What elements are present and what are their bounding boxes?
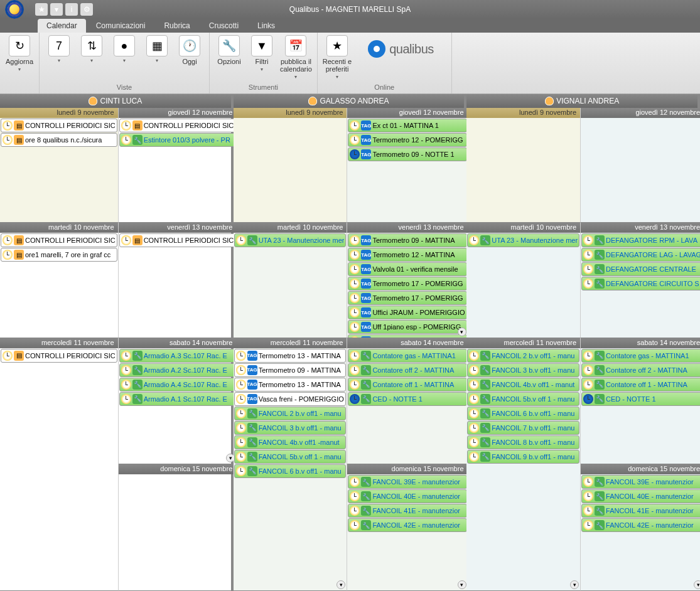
day-body[interactable]: 🔧Armadio A.3 Sc.107 Rac. E🔧Armadio A.2 S…	[119, 348, 237, 464]
calendar-event[interactable]: 🔧FANCOIL 9 b.v off1 - manu	[467, 450, 579, 464]
tab-rubrica[interactable]: Rubrica	[155, 19, 198, 33]
day-body[interactable]: TAGTermometro 09 - MATTINATAGTermometro …	[347, 233, 467, 337]
day-body[interactable]: 🔧UTA 23 - Manutenzione mer	[234, 233, 347, 337]
day-body[interactable]: 🔧FANCOIL 39E - manutenzior🔧FANCOIL 40E -…	[581, 474, 700, 590]
recents-button[interactable]: ★Recenti e preferiti▾	[323, 35, 352, 80]
calendar-event[interactable]: TAGTermometro 13 - MATTINA	[234, 349, 347, 363]
view-cal-button[interactable]: ▦▾	[143, 35, 171, 63]
day-body[interactable]	[234, 118, 347, 222]
person-header[interactable]: GALASSO ANDREA	[234, 94, 465, 108]
calendar-event[interactable]: ▤CONTROLLI PERIODICI SIC	[119, 233, 236, 247]
calendar-event[interactable]: 🔧Armadio A.3 Sc.107 Rac. E	[119, 349, 236, 363]
more-events-button[interactable]: ▾	[337, 580, 345, 589]
view-dropdown-button[interactable]: ⇅▾	[77, 35, 106, 63]
day-header[interactable]: sabato 14 novembre	[581, 338, 700, 348]
tab-links[interactable]: Links	[249, 19, 284, 33]
day-body[interactable]: ▤CONTROLLI PERIODICI SIC▤ore1 marelli, 7…	[0, 233, 118, 337]
calendar-event[interactable]: TAGTermometro 09 - NOTTE 1	[348, 147, 466, 161]
calendar-event[interactable]: ▤CONTROLLI PERIODICI SIC	[1, 349, 117, 363]
today-button[interactable]: 🕐Oggi	[175, 35, 204, 65]
tab-comunicazioni[interactable]: Comunicazioni	[87, 19, 154, 33]
person-header[interactable]: VIGNALI ANDREA	[466, 94, 697, 108]
day-body[interactable]	[119, 474, 237, 590]
day-body[interactable]: 🔧Contatore gas - MATTINA1🔧Contatore off …	[347, 348, 467, 464]
calendar-event[interactable]: 🔧FANCOIL 41E - manutenzior	[348, 504, 466, 518]
calendar-event[interactable]: 🔧UTA 23 - Manutenzione mer	[234, 233, 347, 247]
calendar-event[interactable]: 🔧DEFANGATORE RPM - LAVA	[581, 233, 700, 247]
calendar-event[interactable]: 🔧FANCOIL 2 b.v off1 - manu	[467, 349, 579, 363]
dropdown-icon[interactable]: ▾	[50, 3, 63, 16]
day-body[interactable]: 🔧UTA 23 - Manutenzione mer	[466, 233, 580, 337]
calendar-event[interactable]: 🔧CED - NOTTE 1	[348, 392, 466, 406]
calendar-event[interactable]: 🔧CED - NOTTE 1	[581, 392, 700, 406]
day-body[interactable]: 🔧DEFANGATORE RPM - LAVA🔧DEFANGATORE LAG …	[581, 233, 700, 337]
calendar-event[interactable]: 🔧Contatore off 2 - MATTINA	[348, 363, 466, 377]
day-body[interactable]: TAGTermometro 13 - MATTINATAGTermometro …	[234, 348, 347, 590]
day-header[interactable]: lunedì 9 novembre	[0, 108, 118, 118]
calendar-event[interactable]: 🔧FANCOIL 40E - manutenzior	[581, 489, 700, 503]
calendar-event[interactable]: 🔧FANCOIL 40E - manutenzior	[348, 489, 466, 503]
day-header[interactable]: giovedì 12 novembre	[119, 108, 237, 118]
calendar-event[interactable]: ▤CONTROLLI PERIODICI SIC	[1, 233, 117, 247]
day-body[interactable]: TAGEx ct 01 - MATTINA 1TAGTermometro 12 …	[347, 118, 467, 222]
calendar-event[interactable]: 🔧FANCOIL 39E - manutenzior	[348, 475, 466, 489]
day-header[interactable]: lunedì 9 novembre	[234, 108, 347, 118]
calendar-event[interactable]: 🔧Armadio A.2 Sc.107 Rac. E	[119, 363, 236, 377]
gear-icon[interactable]: ⚙	[80, 3, 93, 16]
more-events-button[interactable]: ▾	[458, 327, 466, 336]
calendar-event[interactable]: ▤ore 8 qualibus n.c./sicura	[1, 133, 117, 147]
day-header[interactable]: mercoledì 11 novembre	[0, 338, 118, 348]
calendar-event[interactable]: TAGTermometro 12 - MATTINA	[348, 248, 466, 262]
day-body[interactable]: ▤CONTROLLI PERIODICI SIC🔧Estintore 010/3…	[119, 118, 237, 222]
more-events-button[interactable]: ▾	[570, 580, 579, 589]
more-events-button[interactable]: ▾	[458, 580, 466, 589]
calendar-event[interactable]: 🔧Contatore off 2 - MATTINA	[581, 363, 700, 377]
qualibus-logo[interactable]: qualibus	[355, 35, 446, 63]
calendar-event[interactable]: 🔧Contatore gas - MATTINA1	[348, 349, 466, 363]
calendar-event[interactable]: TAGTermometro 09 - MATTINA	[348, 233, 466, 247]
person-header[interactable]: CINTI LUCA	[0, 94, 231, 108]
calendar-event[interactable]: 🔧UTA 23 - Manutenzione mer	[467, 233, 579, 247]
day-body[interactable]	[466, 118, 580, 222]
calendar-event[interactable]: ▤CONTROLLI PERIODICI SIC	[119, 119, 236, 132]
day-header[interactable]: martedì 10 novembre	[234, 223, 347, 233]
day-body[interactable]	[581, 118, 700, 222]
calendar-event[interactable]: 🔧Armadio A.1 Sc.107 Rac. E	[119, 392, 236, 406]
calendar-event[interactable]: 🔧FANCOIL 5b.v off 1 - manu	[467, 392, 579, 406]
calendar-event[interactable]: 🔧DEFANGATORE CIRCUITO S	[581, 277, 700, 290]
day-header[interactable]: martedì 10 novembre	[466, 223, 580, 233]
calendar-event[interactable]: 🔧Estintore 010/3 polvere - PR	[119, 133, 236, 147]
favorite-icon[interactable]: ★	[35, 3, 48, 16]
calendar-event[interactable]: 🔧FANCOIL 8 b.v off1 - manu	[467, 435, 579, 449]
calendar-event[interactable]: 🔧FANCOIL 39E - manutenzior	[581, 475, 700, 489]
day-header[interactable]: sabato 14 novembre	[119, 338, 237, 348]
options-button[interactable]: 🔧Opzioni	[215, 35, 244, 65]
chevron-down-icon[interactable]: ▾	[18, 67, 21, 72]
day-header[interactable]: venerdì 13 novembre	[119, 223, 237, 233]
day-body[interactable]: 🔧FANCOIL 39E - manutenzior🔧FANCOIL 40E -…	[347, 474, 467, 590]
calendar-event[interactable]: 🔧Contatore off 1 - MATTINA	[348, 378, 466, 391]
day-header[interactable]: domenica 15 novembre	[119, 464, 237, 474]
calendar-event[interactable]: 🔧FANCOIL 4b.v off1 - manut	[467, 378, 579, 391]
filters-button[interactable]: ▼Filtri▾	[247, 35, 276, 72]
calendar-event[interactable]: 🔧Contatore off 1 - MATTINA	[581, 378, 700, 391]
calendar-event[interactable]: ▤CONTROLLI PERIODICI SIC	[1, 119, 117, 132]
day-header[interactable]: mercoledì 11 novembre	[234, 338, 347, 348]
calendar-event[interactable]: 🔧FANCOIL 42E - manutenzior	[581, 518, 700, 532]
calendar-event[interactable]: 🔧FANCOIL 6 b.v off1 - manu	[234, 464, 347, 478]
calendar-event[interactable]: 🔧Contatore gas - MATTINA1	[581, 349, 700, 363]
refresh-button[interactable]: ↻ Aggiorna ▾	[5, 35, 34, 72]
calendar-event[interactable]: 🔧FANCOIL 3 b.v off1 - manu	[234, 421, 347, 435]
calendar-event[interactable]: 🔧FANCOIL 3 b.v off1 - manu	[467, 363, 579, 377]
info-icon[interactable]: i	[65, 3, 78, 16]
calendar-event[interactable]: 🔧FANCOIL 2 b.v off1 - manu	[234, 407, 347, 420]
calendar-event[interactable]: TAGTermometro 09 - MATTINA	[234, 363, 347, 377]
calendar-event[interactable]: TAGTermometro 17 - POMERIGG	[348, 291, 466, 305]
view-dot-button[interactable]: ●▾	[110, 35, 139, 63]
calendar-event[interactable]: TAGUff 1pian.amm e comm - PO	[348, 334, 466, 337]
calendar-event[interactable]: 🔧FANCOIL 4b.v off1 -manut	[234, 435, 347, 449]
day-header[interactable]: domenica 15 novembre	[347, 464, 467, 474]
day-body[interactable]: 🔧FANCOIL 2 b.v off1 - manu🔧FANCOIL 3 b.v…	[466, 348, 580, 590]
day-body[interactable]: ▤CONTROLLI PERIODICI SIC	[119, 233, 237, 337]
day-header[interactable]: lunedì 9 novembre	[466, 108, 580, 118]
